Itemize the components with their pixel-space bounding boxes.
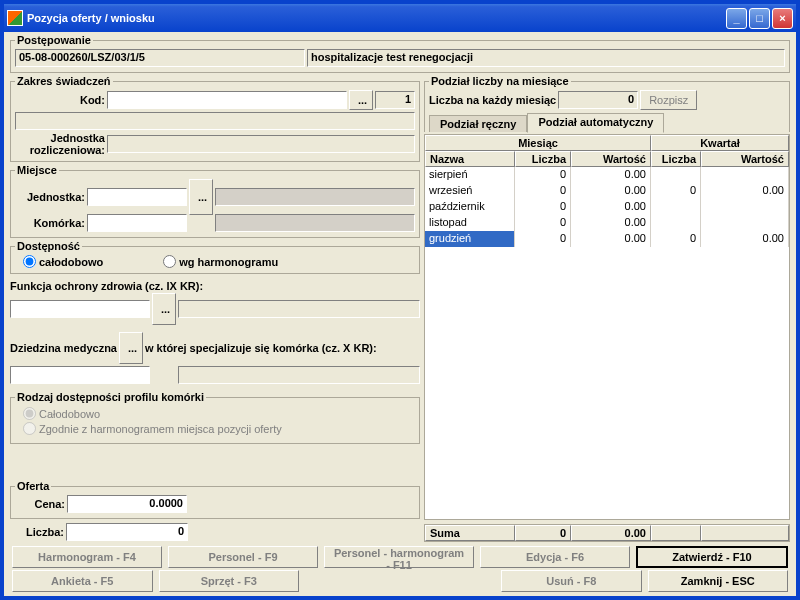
komorka-input[interactable] xyxy=(87,214,187,232)
dostepnosc-harmonogram-radio[interactable]: wg harmonogramu xyxy=(163,255,278,268)
komorka-label: Komórka: xyxy=(15,217,85,229)
window-title: Pozycja oferty / wniosku xyxy=(27,12,726,24)
funkcja-input[interactable] xyxy=(10,300,150,318)
postepowanie-legend: Postępowanie xyxy=(15,34,93,46)
oferta-group: Oferta Cena: 0.0000 xyxy=(10,480,420,519)
kod-index: 1 xyxy=(375,91,415,109)
podzial-liczba-label: Liczba na każdy miesiąc xyxy=(429,94,556,106)
kod-label: Kod: xyxy=(15,94,105,106)
rodzaj-harmonogram-radio: Zgodnie z harmonogramem miejsca pozycji … xyxy=(23,422,282,435)
months-grid[interactable]: Miesiąc Kwartał Nazwa Liczba Wartość Lic… xyxy=(424,134,790,520)
dostepnosc-calodobowo-radio[interactable]: całodobowo xyxy=(23,255,103,268)
table-row[interactable]: wrzesień00.0000.00 xyxy=(425,183,789,199)
jednostka-rozl-value xyxy=(107,135,415,153)
header-kwartal: Kwartał xyxy=(651,135,789,151)
oferta-legend: Oferta xyxy=(15,480,51,492)
dziedzina-display xyxy=(178,366,420,384)
zakres-display xyxy=(15,112,415,130)
rodzaj-legend: Rodzaj dostępności profilu komórki xyxy=(15,391,206,403)
podzial-group: Podział liczby na miesiące Liczba na każ… xyxy=(424,75,790,132)
dziedzina-input[interactable] xyxy=(10,366,150,384)
window: Pozycja oferty / wniosku _ □ × Postępowa… xyxy=(3,3,797,597)
miejsce-group: Miejsce Jednostka: ... Komórka: xyxy=(10,164,420,238)
sum-row: Suma 0 0.00 xyxy=(424,524,790,542)
close-button[interactable]: × xyxy=(772,8,793,29)
rodzaj-group: Rodzaj dostępności profilu komórki Całod… xyxy=(10,391,420,444)
header-wartosc-k: Wartość xyxy=(701,151,789,167)
rozpisz-button: Rozpisz xyxy=(640,90,697,110)
suma-liczba: 0 xyxy=(515,525,571,541)
table-row[interactable]: grudzień00.0000.00 xyxy=(425,231,789,247)
podzial-legend: Podział liczby na miesiące xyxy=(429,75,571,87)
usun-button: Usuń - F8 xyxy=(501,570,642,592)
dostepnosc-group: Dostępność całodobowo wg harmonogramu xyxy=(10,240,420,274)
jednostka-label: Jednostka: xyxy=(15,191,85,203)
table-row[interactable]: sierpień00.00 xyxy=(425,167,789,183)
tab-podzial-reczny[interactable]: Podział ręczny xyxy=(429,115,527,132)
cena-label: Cena: xyxy=(15,498,65,510)
maximize-button[interactable]: □ xyxy=(749,8,770,29)
cena-value[interactable]: 0.0000 xyxy=(67,495,187,513)
jednostka-rozl-label: Jednostkarozliczeniowa: xyxy=(15,132,105,156)
dziedzina-label2: w której specjalizuje się komórka (cz. X… xyxy=(145,342,377,354)
ankieta-button: Ankieta - F5 xyxy=(12,570,153,592)
header-wartosc-m: Wartość xyxy=(571,151,651,167)
liczba-value[interactable]: 0 xyxy=(66,523,188,541)
table-row[interactable]: październik00.00 xyxy=(425,199,789,215)
header-miesiac: Miesiąc xyxy=(425,135,651,151)
zakres-legend: Zakres świadczeń xyxy=(15,75,113,87)
podzial-liczba-value: 0 xyxy=(558,91,638,109)
sprzet-button: Sprzęt - F3 xyxy=(159,570,300,592)
kod-browse-button[interactable]: ... xyxy=(349,90,373,110)
app-icon xyxy=(7,10,23,26)
funkcja-browse-button[interactable]: ... xyxy=(152,293,176,325)
rodzaj-calodobowo-radio: Całodobowo xyxy=(23,407,100,420)
header-nazwa: Nazwa xyxy=(425,151,515,167)
postepowanie-desc: hospitalizacje test renegocjacji xyxy=(307,49,785,67)
minimize-button[interactable]: _ xyxy=(726,8,747,29)
personel-button: Personel - F9 xyxy=(168,546,318,568)
harmonogram-button: Harmonogram - F4 xyxy=(12,546,162,568)
zamknij-button[interactable]: Zamknij - ESC xyxy=(648,570,789,592)
dostepnosc-legend: Dostępność xyxy=(15,240,82,252)
tab-podzial-automatyczny[interactable]: Podział automatyczny xyxy=(527,113,664,133)
postepowanie-group: Postępowanie 05-08-000260/LSZ/03/1/5 hos… xyxy=(10,34,790,73)
personel-harm-button: Personel - harmonogram - F11 xyxy=(324,546,474,568)
zatwierdz-button[interactable]: Zatwierdź - F10 xyxy=(636,546,788,568)
zakres-group: Zakres świadczeń Kod: ... 1 Jednostkaroz… xyxy=(10,75,420,162)
titlebar: Pozycja oferty / wniosku _ □ × xyxy=(4,4,796,32)
suma-label: Suma xyxy=(425,525,515,541)
komorka-display xyxy=(215,214,415,232)
jednostka-input[interactable] xyxy=(87,188,187,206)
miejsce-browse-button[interactable]: ... xyxy=(189,179,213,215)
edycja-button: Edycja - F6 xyxy=(480,546,630,568)
funkcja-label: Funkcja ochrony zdrowia (cz. IX KR): xyxy=(10,280,420,292)
postepowanie-code: 05-08-000260/LSZ/03/1/5 xyxy=(15,49,305,67)
header-liczba-k: Liczba xyxy=(651,151,701,167)
dziedzina-label1: Dziedzina medyczna xyxy=(10,342,117,354)
funkcja-display xyxy=(178,300,420,318)
table-row[interactable]: listopad00.00 xyxy=(425,215,789,231)
jednostka-display xyxy=(215,188,415,206)
header-liczba-m: Liczba xyxy=(515,151,571,167)
miejsce-legend: Miejsce xyxy=(15,164,59,176)
suma-wartosc: 0.00 xyxy=(571,525,651,541)
liczba-label: Liczba: xyxy=(10,526,64,538)
kod-input[interactable] xyxy=(107,91,347,109)
dziedzina-browse-button[interactable]: ... xyxy=(119,332,143,364)
